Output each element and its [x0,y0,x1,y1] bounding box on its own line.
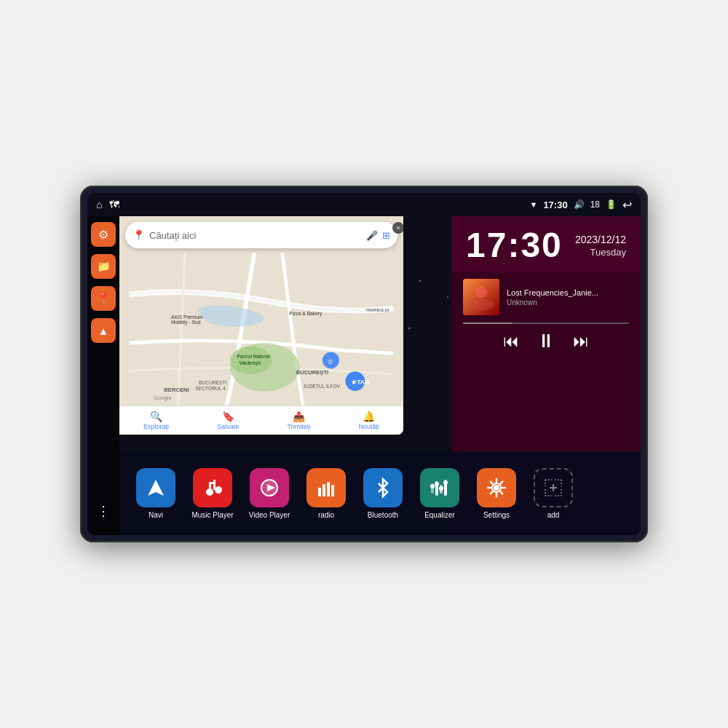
music-player-app-icon [193,468,232,507]
video-player-app-item[interactable]: Video Player [245,468,294,519]
music-player-app-label: Music Player [191,511,233,519]
settings-app-item[interactable]: Settings [472,468,521,519]
app-grid: Navi Music Player [119,451,641,535]
music-progress-bar[interactable] [463,323,629,324]
home-icon[interactable]: ⌂ [96,199,102,210]
settings-app-icon [477,468,516,507]
microphone-icon[interactable]: 🎤 [366,230,378,241]
clock-time: 17:30 [466,228,563,263]
share-icon: 📤 [293,411,305,422]
explore-label: Explorați [143,423,169,430]
svg-rect-26 [213,480,215,490]
svg-text:SECTORUL 4: SECTORUL 4 [195,386,226,391]
svg-point-43 [494,485,499,491]
bluetooth-icon-svg [373,478,393,498]
map-icon: 📍 [97,292,111,305]
map-close-button[interactable]: × [392,222,403,234]
svg-text:Google: Google [154,395,172,401]
clock-date-value: 2023/12/12 [575,234,626,245]
add-app-label: add [547,511,560,519]
center-content: 📍 Căutați aici 🎤 ⊞ × [119,216,641,535]
volume-icon: 🔊 [574,199,585,210]
svg-text:◎: ◎ [328,358,333,365]
prev-track-button[interactable]: ⏮ [503,332,519,351]
apps-sidebar-btn[interactable]: ⋮ [91,499,116,523]
map-sidebar-btn[interactable]: 📍 [91,286,116,311]
album-art-svg [463,279,499,315]
bluetooth-app-label: Bluetooth [368,511,398,519]
navi-app-label: Navi [149,511,163,519]
status-right: ▼ 17:30 🔊 18 🔋 ↩ [530,198,633,212]
video-player-app-icon [250,468,289,507]
svg-rect-33 [327,482,330,496]
video-player-app-label: Video Player [249,511,290,519]
news-label: Noutăți [358,423,379,430]
navi-app-icon [136,468,175,507]
music-controls: ⏮ ⏸ ⏭ [463,330,629,352]
music-info: Lost Frequencies_Janie... Unknown [507,288,629,306]
clock-date: 2023/12/12 Tuesday [575,234,626,258]
battery-level: 18 [590,199,600,210]
map-bottom-nav: 🔍 Explorați 🔖 Salvate 📤 Trimiteți � [119,405,403,435]
clock-widget: 17:30 2023/12/12 Tuesday [451,216,641,272]
map-pin-icon[interactable]: 🗺 [109,199,119,210]
google-maps-pin-icon: 📍 [132,229,145,241]
music-player-app-item[interactable]: Music Player [188,468,237,519]
wifi-icon: ▼ [530,200,538,209]
map-search-input[interactable]: Căutați aici [149,230,362,241]
files-sidebar-btn[interactable]: 📁 [91,254,116,279]
video-icon-svg [259,478,280,498]
map-widget[interactable]: 📍 Căutați aici 🎤 ⊞ × [119,216,403,435]
settings-sidebar-btn[interactable]: ⚙ [91,222,116,247]
radio-app-label: radio [318,511,334,519]
back-icon[interactable]: ↩ [622,198,632,212]
svg-rect-34 [331,485,334,496]
svg-point-41 [439,486,443,491]
radio-app-icon [306,468,346,507]
radio-app-item[interactable]: radio [301,468,351,519]
bluetooth-app-icon [363,468,403,507]
bluetooth-app-item[interactable]: Bluetooth [358,468,408,519]
bell-icon: 🔔 [363,411,375,422]
equalizer-app-item[interactable]: Equalizer [415,468,464,519]
music-title: Lost Frequencies_Janie... [507,288,629,297]
svg-rect-31 [318,488,321,496]
music-icon-svg [202,478,223,498]
map-search-bar[interactable]: 📍 Căutați aici 🎤 ⊞ [125,222,397,248]
svg-rect-32 [323,484,325,496]
battery-icon: 🔋 [606,199,617,210]
equalizer-icon-svg [430,478,450,498]
svg-marker-23 [148,480,164,496]
svg-text:JUDEȚUL ILFOV: JUDEȚUL ILFOV [303,384,340,389]
device-screen: ⌂ 🗺 ▼ 17:30 🔊 18 🔋 ↩ [87,193,641,535]
svg-text:BUCUREȘTI: BUCUREȘTI [296,369,328,376]
settings-app-label: Settings [483,511,510,519]
equalizer-app-label: Equalizer [424,511,455,519]
main-content: ⚙ 📁 📍 ▲ ⋮ 📍 [87,216,641,535]
map-nav-news[interactable]: 🔔 Noutăți [358,411,379,430]
navi-icon-svg [145,477,167,499]
svg-point-21 [475,286,487,298]
music-progress-fill [463,323,513,324]
pause-button[interactable]: ⏸ [537,330,555,352]
svg-text:Văcărești: Văcărești [239,360,261,366]
next-track-button[interactable]: ⏭ [573,332,589,351]
layers-icon[interactable]: ⊞ [382,230,390,241]
navi-app-item[interactable]: Navi [131,468,181,519]
navi-sidebar-btn[interactable]: ▲ [91,318,116,343]
add-app-icon [534,468,573,507]
add-app-item[interactable]: add [529,468,578,519]
svg-text:Mobility - Sud: Mobility - Sud [171,320,201,325]
map-nav-explore[interactable]: 🔍 Explorați [143,411,169,430]
status-bar: ⌂ 🗺 ▼ 17:30 🔊 18 🔋 ↩ [87,193,641,216]
map-nav-saved[interactable]: 🔖 Salvate [217,411,239,430]
grid-icon: ⋮ [97,503,110,519]
svg-text:Pizza & Bakery: Pizza & Bakery [289,311,323,317]
navigation-icon: ▲ [98,325,109,337]
svg-point-39 [430,484,435,488]
map-nav-share[interactable]: 📤 Trimiteți [288,411,311,430]
svg-text:BERCENI: BERCENI [164,387,189,393]
music-top: Lost Frequencies_Janie... Unknown [463,279,629,315]
status-left: ⌂ 🗺 [96,199,119,210]
add-icon-svg [543,478,563,498]
